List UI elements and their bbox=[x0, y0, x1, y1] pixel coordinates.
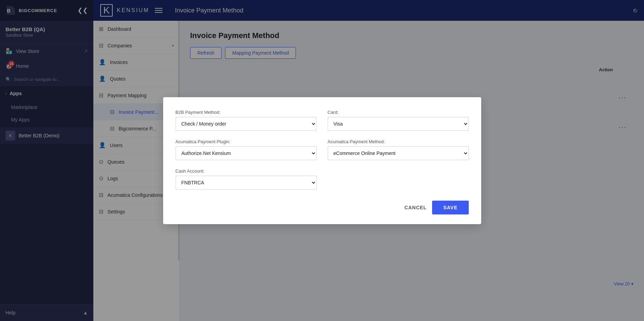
acumatica-method-group: Acumatica Payment Method: eCommerce Onli… bbox=[328, 139, 469, 160]
modal-overlay: B2B Payment Method: Check / Money order … bbox=[0, 0, 644, 321]
acumatica-method-label: Acumatica Payment Method: bbox=[328, 139, 469, 144]
acumatica-method-select[interactable]: eCommerce Online Payment Credit Card Che… bbox=[328, 146, 469, 160]
plugin-label: Acumatica Payment Plugin: bbox=[176, 139, 317, 144]
modal-actions: CANCEL SAVE bbox=[176, 201, 469, 214]
plugin-group: Acumatica Payment Plugin: Authorize.Net … bbox=[176, 139, 317, 160]
card-group: Card: Visa Mastercard Amex bbox=[328, 110, 469, 131]
b2b-payment-method-label: B2B Payment Method: bbox=[176, 110, 317, 115]
modal-form-grid: B2B Payment Method: Check / Money order … bbox=[176, 110, 469, 190]
cancel-button[interactable]: CANCEL bbox=[404, 205, 427, 210]
b2b-payment-method-group: B2B Payment Method: Check / Money order … bbox=[176, 110, 317, 131]
cash-account-select[interactable]: FNBTRCA SAVINGS CHECKING bbox=[176, 176, 317, 190]
plugin-select[interactable]: Authorize.Net Kensium Braintree Stripe bbox=[176, 146, 317, 160]
modal-dialog: B2B Payment Method: Check / Money order … bbox=[163, 97, 481, 224]
save-button[interactable]: SAVE bbox=[432, 201, 468, 214]
card-label: Card: bbox=[328, 110, 469, 115]
cash-account-group: Cash Account: FNBTRCA SAVINGS CHECKING bbox=[176, 168, 317, 190]
empty-grid-cell bbox=[328, 168, 469, 190]
card-select[interactable]: Visa Mastercard Amex bbox=[328, 117, 469, 131]
b2b-payment-method-select[interactable]: Check / Money order Credit Card Purchase… bbox=[176, 117, 317, 131]
cash-account-label: Cash Account: bbox=[176, 168, 317, 174]
